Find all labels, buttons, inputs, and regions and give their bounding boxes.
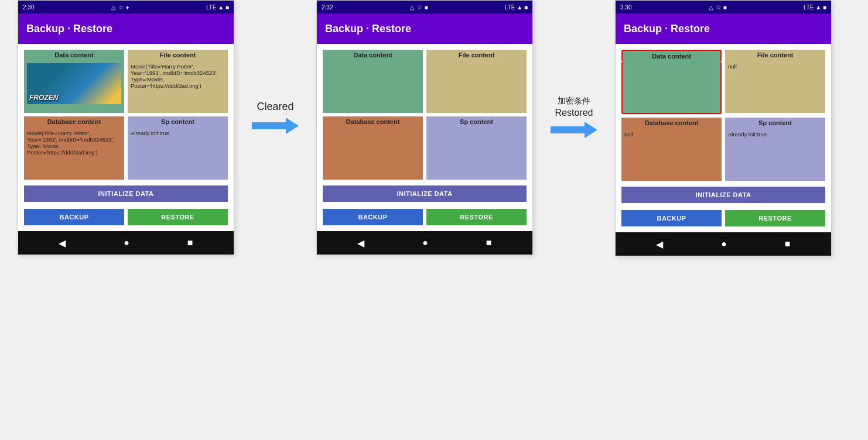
database-content-cell-2: Database content	[323, 116, 423, 180]
restored-en-label: Restored	[555, 108, 593, 118]
sp-content-body-1: Already init:true	[128, 127, 228, 180]
arrow-head-1	[286, 118, 299, 134]
arrow-body-2	[551, 126, 585, 133]
file-content-header-1: File content	[128, 50, 228, 60]
app-title-3: Backup · Restore	[624, 23, 710, 35]
data-content-cell-1: Data content	[24, 50, 124, 113]
lock-icon-3: ■	[723, 4, 727, 11]
file-content-header-2: File content	[426, 50, 527, 60]
sp-content-body-3: Already init:true	[725, 128, 825, 181]
restore-button-1[interactable]: RESTORE	[128, 209, 228, 225]
nav-bar-3: ◀ ● ■	[616, 232, 831, 256]
sp-content-header-1: Sp content	[128, 116, 228, 127]
database-content-header-2: Database content	[323, 116, 423, 127]
backup-button-2[interactable]: BACKUP	[323, 209, 423, 225]
database-content-body-2	[323, 127, 423, 180]
phone-content-2: Data content File content Database conte…	[317, 44, 532, 231]
sp-content-header-3: Sp content	[725, 118, 825, 128]
arrow-cleared: Cleared	[240, 0, 310, 176]
arrow-body-1	[252, 122, 286, 129]
status-right-1: LTE ▲ ■	[206, 4, 229, 11]
data-content-body-1	[24, 60, 124, 113]
app-bar-3: Backup · Restore	[616, 13, 831, 44]
arrow-head-2	[585, 122, 597, 138]
blue-arrow-1	[252, 118, 299, 134]
back-icon-2[interactable]: ◀	[357, 238, 364, 249]
alert-icon-3: △	[709, 4, 713, 11]
blue-arrow-2	[551, 122, 597, 138]
restore-button-3[interactable]: RESTORE	[725, 210, 825, 226]
restore-button-2[interactable]: RESTORE	[426, 209, 527, 225]
frozen-image-1	[27, 63, 121, 104]
app-title-2: Backup · Restore	[325, 23, 411, 35]
arrow-restored: 加密条件 Restored	[539, 0, 609, 176]
nav-bar-2: ◀ ● ■	[317, 231, 532, 255]
restored-cn-label: 加密条件	[558, 96, 590, 106]
sp-content-cell-3: Sp content Already init:true	[725, 118, 825, 181]
status-bar-2: 2:32 △ ☆ ■ LTE ▲ ■	[317, 1, 532, 13]
data-content-body-2	[323, 60, 423, 113]
data-content-body-3	[621, 61, 722, 114]
home-icon-3[interactable]: ●	[721, 239, 727, 249]
data-content-cell-2: Data content	[323, 50, 423, 113]
file-content-body-1: Movie(Title='Harry Potter', Year='1991',…	[128, 60, 228, 113]
back-icon-1[interactable]: ◀	[59, 238, 66, 249]
file-content-body-2	[426, 60, 527, 113]
data-content-header-2: Data content	[323, 50, 423, 60]
status-left-1: 2:30	[23, 4, 34, 11]
phone-screen-2: 2:32 △ ☆ ■ LTE ▲ ■ Backup · Restore Data…	[316, 0, 533, 255]
status-left-2: 2:32	[322, 4, 333, 11]
status-right-2: LTE ▲ ■	[505, 4, 528, 11]
home-icon-1[interactable]: ●	[124, 238, 129, 248]
init-data-button-1[interactable]: INITIALIZE DATA	[24, 185, 228, 202]
init-data-button-3[interactable]: INITIALIZE DATA	[621, 187, 825, 203]
file-content-cell-2: File content	[426, 50, 527, 113]
file-content-body-3: null	[725, 60, 825, 113]
status-right-3: LTE ▲ ■	[804, 4, 826, 11]
app-bar-2: Backup · Restore	[317, 13, 532, 44]
data-content-header-3: Data content	[621, 50, 722, 61]
gps-icon-2: ☆	[417, 4, 422, 11]
database-content-header-3: Database content	[621, 118, 722, 128]
app-bar-1: Backup · Restore	[18, 13, 234, 44]
backup-button-1[interactable]: BACKUP	[24, 209, 124, 225]
recents-icon-3[interactable]: ■	[785, 239, 791, 249]
sp-content-body-2	[426, 127, 527, 180]
backup-button-3[interactable]: BACKUP	[621, 210, 722, 226]
phone-content-1: Data content File content Movie(Title='H…	[18, 44, 234, 231]
database-content-header-1: Database content	[24, 116, 124, 127]
database-content-body-1: Movie(Title='Harry Potter', Year='1991',…	[24, 127, 124, 180]
file-content-cell-3: File content null	[725, 50, 825, 114]
alert-icon-2: △	[410, 4, 415, 11]
home-icon-2[interactable]: ●	[422, 238, 428, 248]
file-content-header-3: File content	[725, 50, 825, 60]
back-icon-3[interactable]: ◀	[656, 239, 663, 250]
phone-screen-1: 2:30 △ ☆ ♦ LTE ▲ ■ Backup · Restore Data…	[18, 0, 234, 255]
data-content-header-1: Data content	[24, 50, 124, 60]
status-left-3: 3:30	[620, 4, 631, 11]
app-title-1: Backup · Restore	[26, 23, 112, 35]
sp-content-header-2: Sp content	[426, 116, 527, 127]
lock-icon-2: ■	[425, 4, 428, 11]
recents-icon-2[interactable]: ■	[486, 238, 492, 248]
file-content-cell-1: File content Movie(Title='Harry Potter',…	[128, 50, 228, 113]
phone-content-3: Data content File content null Database …	[616, 44, 831, 232]
gps-icon-3: ☆	[716, 4, 721, 11]
sp-content-cell-1: Sp content Already init:true	[128, 116, 228, 180]
database-content-cell-1: Database content Movie(Title='Harry Pott…	[24, 116, 124, 180]
gps-icon-1: ☆	[118, 4, 124, 11]
lock-icon-1: ♦	[126, 4, 129, 11]
status-bar-3: 3:30 △ ☆ ■ LTE ▲ ■	[616, 1, 831, 13]
sp-content-cell-2: Sp content	[426, 116, 527, 180]
init-data-button-2[interactable]: INITIALIZE DATA	[323, 185, 527, 202]
database-content-body-3: null	[621, 128, 722, 181]
phone-screen-3: 3:30 △ ☆ ■ LTE ▲ ■ Backup · Restore Data…	[615, 0, 832, 256]
alert-icon-1: △	[111, 4, 116, 11]
nav-bar-1: ◀ ● ■	[18, 231, 234, 255]
database-content-cell-3: Database content null	[621, 118, 722, 181]
status-bar-1: 2:30 △ ☆ ♦ LTE ▲ ■	[18, 1, 234, 13]
data-content-cell-3: Data content	[621, 50, 722, 114]
cleared-label: Cleared	[257, 101, 293, 113]
recents-icon-1[interactable]: ■	[187, 238, 193, 248]
